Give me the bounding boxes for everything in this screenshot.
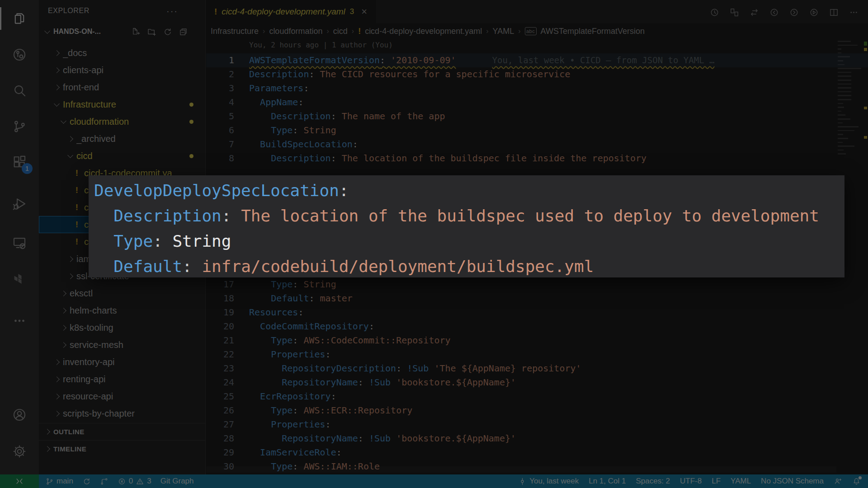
breadcrumb-language[interactable]: YAML [493, 27, 514, 36]
breadcrumb-separator: › [352, 27, 354, 35]
breadcrumb-folder[interactable]: cloudformation [269, 27, 322, 36]
line-number: 8 [206, 151, 234, 165]
eol-status[interactable]: LF [712, 477, 721, 486]
tree-item-eksctl[interactable]: eksctl [39, 285, 205, 302]
zoom-callout-line-1: DevelopDeploySpecLocation: [94, 178, 839, 203]
explorer-more-actions-icon[interactable]: ··· [166, 6, 178, 16]
tab-close-icon[interactable]: × [361, 6, 367, 18]
branch-status[interactable]: main [45, 477, 73, 486]
code-line-20: 20 CodeCommitRepository: [206, 319, 868, 333]
collapse-all-icon[interactable] [179, 27, 188, 37]
breadcrumb-file[interactable]: cicd-4-deploy-development.yaml [365, 27, 482, 36]
branch-icon [45, 477, 54, 486]
tree-item-label: eksctl [70, 288, 93, 299]
settings-gear-icon[interactable] [0, 437, 39, 465]
tree-item-inventory-api[interactable]: inventory-api [39, 353, 205, 371]
tab-cicd-4-deploy-development[interactable]: ! cicd-4-deploy-development.yaml 3 × [206, 0, 376, 23]
split-editor-icon[interactable] [826, 4, 842, 20]
timeline-section[interactable]: TIMELINE [39, 440, 205, 457]
search-icon[interactable] [0, 76, 39, 104]
tree-item-helm-charts[interactable]: helm-charts [39, 302, 205, 319]
workspace-section-header[interactable]: HANDS-ON-... [39, 22, 205, 42]
cursor-position[interactable]: Ln 1, Col 1 [589, 477, 626, 486]
chevron-right-icon [54, 359, 60, 365]
status-bar: main 0 3 Git Graph You, last week [0, 474, 868, 488]
breadcrumb-symbol[interactable]: AWSTemplateFormatVersion [541, 27, 645, 36]
zoom-callout: DevelopDeploySpecLocation: Description: … [89, 175, 844, 277]
tree-item-cicd[interactable]: cicd [39, 147, 205, 164]
outline-section[interactable]: OUTLINE [39, 423, 205, 440]
symbol-string-icon: abc [525, 27, 537, 35]
code-line-1: 1AWSTemplateFormatVersion: '2010-09-09'Y… [206, 53, 868, 67]
tree-item-clients-api[interactable]: clients-api [39, 61, 205, 79]
line-number: 5 [206, 109, 234, 123]
tree-item-label: clients-api [63, 65, 104, 75]
tree-item-_archived[interactable]: _archived [39, 130, 205, 147]
run-file-icon[interactable] [806, 4, 822, 20]
tree-item-k8s-tooling[interactable]: k8s-tooling [39, 319, 205, 336]
horizontal-scrollbar[interactable] [206, 466, 836, 473]
indentation-status[interactable]: Spaces: 2 [636, 477, 670, 486]
breadcrumb-file-warning: ! [358, 27, 361, 36]
breadcrumb-folder[interactable]: Infrastructure [211, 27, 259, 36]
warning-icon: ! [72, 237, 81, 247]
account-icon[interactable] [0, 401, 39, 429]
feedback-button[interactable] [834, 477, 842, 486]
compare-icon[interactable] [746, 4, 762, 20]
code-line-19: 19Resources: [206, 305, 868, 319]
new-file-icon[interactable] [131, 27, 141, 37]
remote-explorer-icon[interactable] [0, 229, 39, 257]
more-views-icon[interactable] [0, 307, 39, 335]
tree-item-label: inventory-api [63, 357, 115, 367]
remote-indicator[interactable] [0, 474, 39, 488]
code-line-2: 2Description: The CICD resources for a s… [206, 67, 868, 81]
chevron-down-icon [61, 118, 66, 124]
explorer-icon[interactable] [0, 5, 39, 33]
gitlens-codelens[interactable]: You, 2 hours ago | 1 author (You) [249, 41, 393, 49]
refresh-icon[interactable] [163, 27, 172, 37]
vscode-window: 1 EXPLORER ··· HANDS-ON-... [0, 0, 868, 488]
previous-change-icon[interactable] [766, 4, 782, 20]
more-actions-icon[interactable] [845, 4, 862, 20]
tree-item-cloudformation[interactable]: cloudformation [39, 113, 205, 130]
encoding-status[interactable]: UTF-8 [680, 477, 702, 486]
tree-item-service-mesh[interactable]: service-mesh [39, 336, 205, 353]
source-control-icon[interactable] [0, 113, 39, 141]
modified-badge-dot [189, 120, 193, 124]
code-line-6: 6 Type: String [206, 123, 868, 137]
tree-item-scripts-by-chapter[interactable]: scripts-by-chapter [39, 405, 205, 422]
language-mode[interactable]: YAML [731, 477, 751, 486]
breadcrumb-folder[interactable]: cicd [333, 27, 348, 36]
tree-item-label: _archived [76, 134, 116, 144]
local-history-icon[interactable] [706, 4, 722, 20]
chevron-right-icon [54, 84, 60, 90]
tree-item-front-end[interactable]: front-end [39, 79, 205, 96]
schema-status[interactable]: No JSON Schema [761, 477, 824, 486]
gitlens-icon[interactable] [0, 41, 39, 69]
blame-status[interactable]: You, last week [518, 477, 579, 486]
commit-icon [518, 477, 527, 486]
tree-item-Infrastructure[interactable]: Infrastructure [39, 96, 205, 113]
tree-item-_docs[interactable]: _docs [39, 44, 205, 61]
line-number: 20 [206, 319, 234, 333]
problems-status[interactable]: 0 3 [118, 477, 151, 486]
git-graph-button[interactable]: Git Graph [160, 477, 194, 486]
code-line-22: 22 Properties: [206, 347, 868, 361]
terraform-icon[interactable] [0, 266, 39, 294]
code-line-24: 24 RepositoryName: !Sub 'bookstore.${App… [206, 375, 868, 389]
next-change-icon[interactable] [786, 4, 802, 20]
error-count: 0 [129, 477, 133, 486]
run-debug-icon[interactable] [0, 190, 39, 218]
line-number: 1 [206, 53, 234, 67]
git-graph-icon-button[interactable] [100, 477, 108, 486]
chevron-right-icon [61, 308, 66, 314]
sync-status[interactable] [82, 477, 91, 486]
tree-item-renting-api[interactable]: renting-api [39, 371, 205, 388]
line-number: 29 [206, 446, 234, 460]
new-folder-icon[interactable] [147, 27, 156, 37]
extensions-icon[interactable]: 1 [0, 149, 39, 177]
open-changes-icon[interactable] [726, 4, 742, 20]
tree-item-resource-api[interactable]: resource-api [39, 388, 205, 405]
notifications-button[interactable] [852, 477, 861, 486]
chevron-right-icon [67, 273, 73, 279]
